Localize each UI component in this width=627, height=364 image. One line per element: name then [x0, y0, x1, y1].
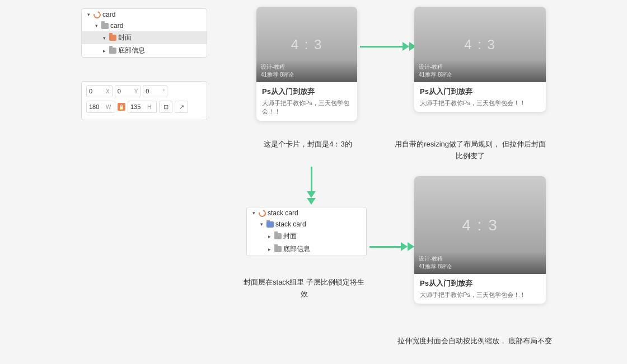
folder-icon-bottom-info — [109, 47, 116, 55]
props-row-wh: 180 W 135 H ⊡ ↗ — [86, 101, 202, 113]
card-desc-top-right: 大师手把手教你Ps，三天包学包会！！ — [420, 99, 540, 107]
arrow-top-right — [360, 42, 416, 51]
tree-label-bottom-info: 底部信息 — [118, 46, 145, 55]
tree-label-card-component: card — [102, 11, 115, 18]
label-top-left: 这是个卡片，封面是4：3的 — [235, 139, 381, 150]
tree-row-bottom-info2[interactable]: 底部信息 — [247, 243, 366, 256]
card-body-top-right: Ps从入门到放弃 大师手把手教你Ps，三天包学包会！！ — [414, 82, 546, 112]
tree-row-stack-component[interactable]: stack card — [247, 207, 366, 219]
tree-label-cover: 封面 — [118, 33, 132, 42]
folder-icon-cover — [109, 34, 116, 42]
r-label: ° — [162, 88, 165, 94]
tree-arrow-card-group — [93, 22, 100, 29]
stack-component-icon — [258, 209, 266, 217]
tree-arrow-bottom-info — [101, 48, 107, 54]
label-bottom-right: 拉伸宽度封面会自动按比例缩放， 底部布局不变 — [391, 335, 559, 347]
w-label: W — [106, 104, 111, 110]
props-row-xyr: 0 X 0 Y 0 ° — [86, 85, 202, 97]
tree-arrow-stack-group — [258, 221, 265, 228]
cover-overlay-br: 设计-教程 41推荐 8评论 — [414, 252, 546, 274]
h-label: H — [147, 104, 151, 110]
card-title-top-left: Ps从入门到放弃 — [262, 87, 352, 97]
tree-row-bottom-info[interactable]: 底部信息 — [82, 44, 207, 57]
y-value: 0 — [118, 88, 133, 94]
tree-arrow-cover2 — [266, 233, 273, 240]
tree-arrow-card — [85, 11, 92, 18]
stack-card-tree: stack card stack card 封面 底部信息 — [246, 207, 367, 256]
cover-ratio-top-right: 4 : 3 — [464, 37, 496, 53]
label-top-right: 用自带的resizing做了布局规则， 但拉伸后封面比例变了 — [392, 139, 549, 162]
h-input[interactable]: 135 H — [128, 101, 157, 113]
arrow-down-main — [307, 167, 316, 205]
resize-btn-2[interactable]: ↗ — [175, 101, 188, 113]
tree-label-cover2: 封面 — [283, 231, 297, 241]
cover-overlay-top-right: 设计-教程 41推荐 8评论 — [414, 60, 546, 82]
card-desc-top-left: 大师手把手教你Ps，三天包学包会！！ — [262, 99, 352, 116]
folder-icon-stack — [266, 220, 274, 228]
properties-panel: 0 X 0 Y 0 ° 180 W 135 H ⊡ ↗ — [81, 81, 207, 120]
tree-row-card-component[interactable]: card — [82, 9, 207, 20]
tree-label-stack-group: stack card — [275, 220, 306, 228]
card-cover-top-left: 4 : 3 设计-教程 41推荐 8评论 — [256, 7, 357, 82]
card-title-top-right: Ps从入门到放弃 — [420, 87, 540, 97]
folder-icon-cover2 — [274, 233, 282, 240]
card-desc-br: 大师手把手教你Ps，三天包学包会！！ — [420, 291, 540, 299]
cover-stats-br: 41推荐 8评论 — [419, 263, 541, 271]
card-cover-bottom-right: 4 : 3 设计-教程 41推荐 8评论 — [414, 176, 546, 274]
y-input[interactable]: 0 Y — [115, 85, 141, 97]
card-cover-top-right: 4 : 3 设计-教程 41推荐 8评论 — [414, 7, 546, 82]
tree-row-cover2[interactable]: 封面 — [247, 230, 366, 243]
cover-tag-top-right: 设计-教程 — [419, 63, 541, 71]
tree-label-stack-component: stack card — [268, 209, 298, 217]
tree-arrow-stack — [250, 210, 257, 216]
cover-overlay-top-left: 设计-教程 41推荐 8评论 — [256, 60, 357, 82]
tree-row-card-group[interactable]: card — [82, 20, 207, 31]
w-input[interactable]: 180 W — [86, 101, 115, 113]
cover-ratio-br: 4 : 3 — [462, 216, 498, 234]
folder-icon-bottom-info2 — [274, 245, 282, 253]
folder-icon-card — [101, 22, 109, 30]
r-input[interactable]: 0 ° — [143, 85, 167, 97]
h-value: 135 — [130, 103, 146, 110]
tree-label-bottom-info2: 底部信息 — [283, 244, 310, 254]
card-body-br: Ps从入门到放弃 大师手把手教你Ps，三天包学包会！！ — [414, 274, 546, 304]
x-input[interactable]: 0 X — [86, 85, 113, 97]
card-demo-top-right: 4 : 3 设计-教程 41推荐 8评论 Ps从入门到放弃 大师手把手教你Ps，… — [414, 7, 546, 112]
tree-arrow-cover — [101, 35, 107, 41]
lock-icon[interactable] — [118, 103, 125, 111]
card-demo-bottom-right: 4 : 3 设计-教程 41推荐 8评论 Ps从入门到放弃 大师手把手教你Ps，… — [414, 176, 546, 304]
tree-row-cover[interactable]: 封面 — [82, 31, 207, 44]
tree-arrow-bottom-info2 — [266, 246, 273, 253]
cover-stats-top-left: 41推荐 8评论 — [261, 71, 353, 79]
component-icon — [93, 11, 101, 18]
r-value: 0 — [146, 88, 161, 94]
y-label: Y — [134, 88, 138, 94]
cover-stats-top-right: 41推荐 8评论 — [419, 71, 541, 79]
x-label: X — [106, 88, 110, 94]
cover-tag-top-left: 设计-教程 — [261, 63, 353, 71]
x-value: 0 — [89, 88, 105, 94]
cover-tag-br: 设计-教程 — [419, 255, 541, 263]
cover-ratio-top-left: 4 : 3 — [291, 37, 323, 53]
card-body-top-left: Ps从入门到放弃 大师手把手教你Ps，三天包学包会！！ — [256, 82, 357, 121]
card-title-br: Ps从入门到放弃 — [420, 278, 540, 289]
card-demo-top-left: 4 : 3 设计-教程 41推荐 8评论 Ps从入门到放弃 大师手把手教你Ps，… — [256, 7, 357, 121]
resize-btn-1[interactable]: ⊡ — [159, 101, 172, 113]
label-bottom-left: 封面层在stack组里 子层比例锁定将生效 — [242, 277, 366, 300]
w-value: 180 — [89, 103, 105, 110]
layer-tree-panel: card card 封面 底部信息 — [81, 8, 207, 58]
arrow-bottom-right — [369, 242, 414, 251]
tree-row-stack-group[interactable]: stack card — [247, 219, 366, 230]
tree-label-card-group: card — [110, 22, 123, 30]
